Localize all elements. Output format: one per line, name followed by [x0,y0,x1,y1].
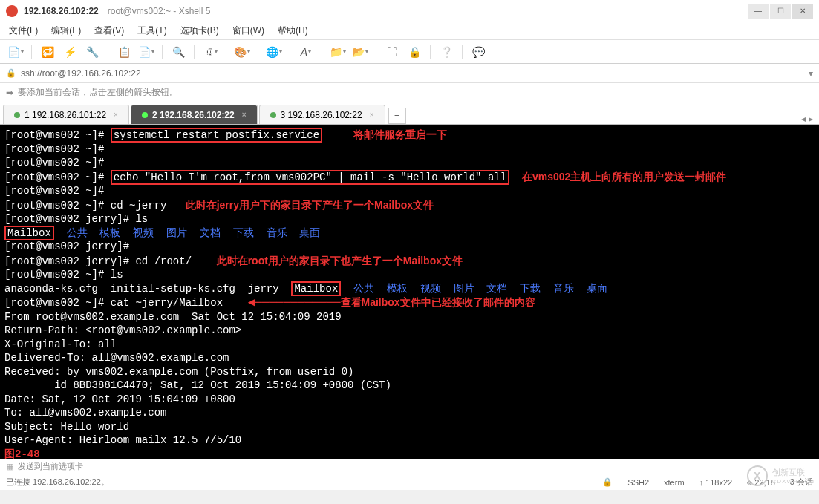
maximize-button[interactable]: ☐ [770,4,791,19]
hint-text: 要添加当前会话，点击左侧的箭头按钮。 [18,86,178,99]
close-tab-icon[interactable]: × [242,111,247,119]
arrow-annotation-icon: ◀──────────── [248,296,341,310]
watermark: X 创新互联 CDXWHL.CN [747,465,815,486]
tab-bar: 1 192.168.26.101:22 × 2 192.168.26.102:2… [0,102,819,125]
reconnect-icon[interactable]: 🔁 [38,42,57,62]
status-connection: 已连接 192.168.26.102:22。 [6,477,109,488]
scroll-right-icon[interactable]: ▸ [809,114,813,124]
lock-icon[interactable]: 🔒 [405,42,424,62]
figure-label: 图2-48 [4,448,40,459]
tab-label: 3 192.168.26.102:22 [281,110,362,120]
annotation: 查看Mailbox文件中已经接收了邮件的内容 [341,296,535,308]
url-text: ssh://root@192.168.26.102:22 [21,68,141,79]
annotation: 此时在jerry用户下的家目录下产生了一个Mailbox文件 [186,199,434,211]
titlebar: 192.168.26.102:22 root@vms002:~ - Xshell… [0,0,819,22]
window-title-sub: root@vms002:~ - Xshell 5 [108,6,211,16]
menu-window[interactable]: 窗口(W) [232,24,264,37]
copy-icon[interactable]: 📋 [114,42,134,62]
folder-icon[interactable]: 📁 [328,42,347,62]
status-dot-icon [270,112,276,118]
watermark-icon: X [747,465,768,486]
tab-label: 1 192.168.26.101:22 [25,110,106,120]
compose-hint: ▦ 发送到当前选项卡 [0,459,819,474]
status-ssh: SSH2 [627,478,649,487]
color-icon[interactable]: 🎨 [232,42,252,62]
help-icon[interactable]: ❔ [437,42,456,62]
highlight-box: systemctl restart postfix.service [111,128,322,143]
status-dot-icon [14,112,20,118]
tab-scroll: ◂ ▸ [795,114,819,124]
encoding-icon[interactable]: 🌐 [264,42,284,62]
compose-hint-text: 发送到当前选项卡 [18,461,83,472]
print-icon[interactable]: 🖨 [200,42,220,62]
status-term: xterm [664,478,685,487]
menubar: 文件(F) 编辑(E) 查看(V) 工具(T) 选项卡(B) 窗口(W) 帮助(… [0,22,819,40]
close-tab-icon[interactable]: × [370,111,374,119]
menu-tools[interactable]: 工具(T) [137,24,166,37]
paste-icon[interactable]: 📄 [137,42,156,62]
menu-tabs[interactable]: 选项卡(B) [180,24,219,37]
minimize-button[interactable]: — [748,4,769,19]
close-tab-icon[interactable]: × [114,111,118,119]
address-bar[interactable]: 🔒 ssh://root@192.168.26.102:22 ▾ [0,64,819,83]
annotation: 在vms002主机上向所有的用户发送一封邮件 [522,171,726,183]
watermark-line1: 创新互联 [772,467,815,478]
upload-icon[interactable]: 📂 [350,42,370,62]
menu-help[interactable]: 帮助(H) [278,24,308,37]
new-session-icon[interactable]: 📄 [6,42,25,62]
arrow-icon[interactable]: ➡ [6,88,13,98]
hint-bar: ➡ 要添加当前会话，点击左侧的箭头按钮。 [0,83,819,102]
window-title-main: 192.168.26.102:22 [24,6,99,16]
tab-label: 2 192.168.26.102:22 [152,110,235,120]
dropdown-icon[interactable]: ▾ [809,68,813,79]
tab-2[interactable]: 2 192.168.26.102:22 × [131,105,258,124]
find-icon[interactable]: 🔍 [169,42,188,62]
scroll-left-icon[interactable]: ◂ [801,114,806,124]
font-icon[interactable]: A [296,42,316,62]
properties-icon[interactable]: 🔧 [82,42,102,62]
app-icon [6,5,18,17]
status-bar: 已连接 192.168.26.102:22。 🔒 SSH2 xterm ↕ 11… [0,474,819,490]
highlight-box: echo "Hello I'm root,from vms002PC" | ma… [111,170,509,185]
highlight-box: Mailbox [4,226,54,240]
close-button[interactable]: ✕ [792,4,813,19]
menu-file[interactable]: 文件(F) [9,24,38,37]
tab-3[interactable]: 3 192.168.26.102:22 × [259,105,385,124]
annotation: 此时在root用户的家目录下也产生了一个Mailbox文件 [217,255,463,266]
status-dot-icon [142,112,148,118]
toolbar: 📄 🔁 ⚡ 🔧 📋 📄 🔍 🖨 🎨 🌐 A 📁 📂 ⛶ 🔒 ❔ 💬 [0,40,819,64]
highlight-box: Mailbox [291,281,341,296]
lock-status-icon: 🔒 [602,477,613,487]
compose-icon: ▦ [6,462,13,471]
tab-1[interactable]: 1 192.168.26.101:22 × [3,105,129,124]
annotation: 将邮件服务重启一下 [353,128,447,140]
fullscreen-icon[interactable]: ⛶ [382,42,402,62]
menu-edit[interactable]: 编辑(E) [51,24,81,37]
menu-view[interactable]: 查看(V) [94,24,124,37]
window-controls: — ☐ ✕ [748,4,813,19]
chat-icon[interactable]: 💬 [469,42,488,62]
watermark-line2: CDXWHL.CN [772,478,815,485]
lock-small-icon: 🔒 [6,68,16,78]
add-tab-button[interactable]: + [388,108,406,124]
terminal-output[interactable]: [root@vms002 ~]# systemctl restart postf… [0,125,819,459]
disconnect-icon[interactable]: ⚡ [60,42,79,62]
size-icon: ↕ [699,478,706,487]
status-size: 118x22 [705,478,732,487]
